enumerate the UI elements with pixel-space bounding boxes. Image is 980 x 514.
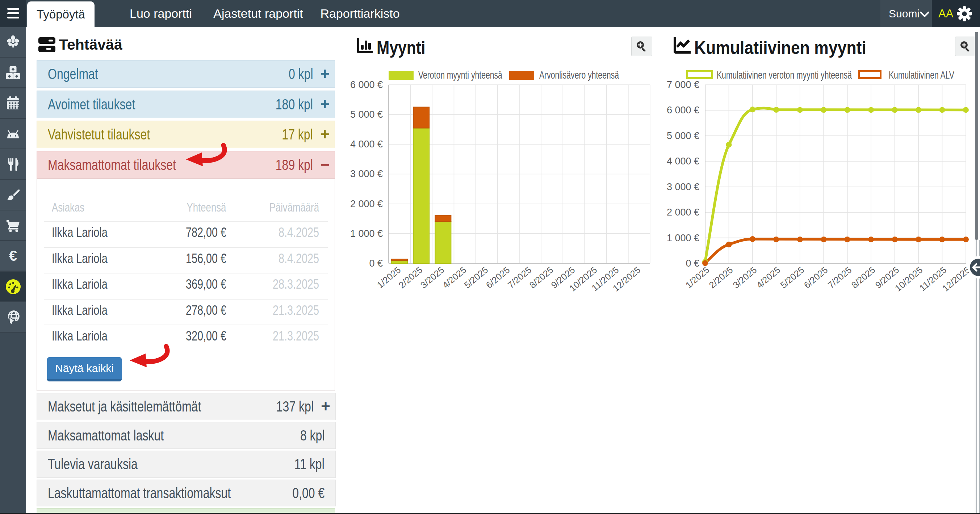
svg-text:€: € xyxy=(9,249,17,263)
